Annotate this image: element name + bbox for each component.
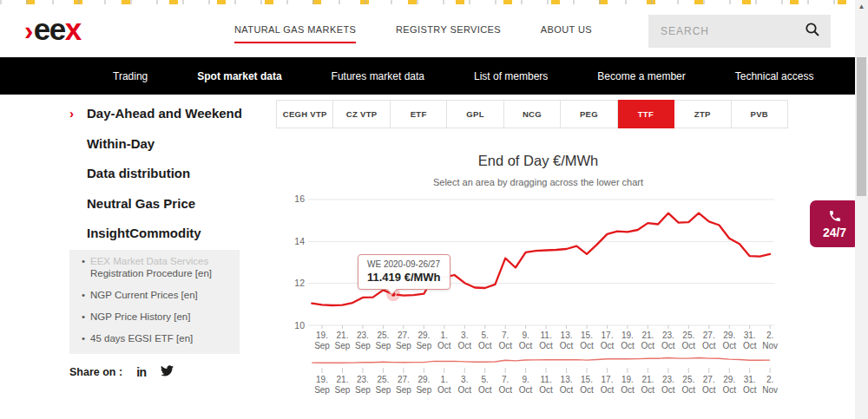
svg-text:Oct: Oct (661, 385, 675, 395)
search-icon[interactable] (805, 22, 831, 41)
menubar-item-0[interactable]: Trading (113, 70, 148, 82)
svg-text:17.: 17. (602, 331, 614, 340)
svg-text:Nov: Nov (762, 385, 778, 395)
svg-text:19.: 19. (316, 331, 328, 340)
svg-text:23.: 23. (662, 331, 674, 340)
sidebar-links-box: EEX Market Data ServicesRegistration Pro… (69, 250, 240, 354)
svg-text:Oct: Oct (702, 385, 716, 395)
svg-text:1.: 1. (441, 331, 448, 340)
scrollbar-thumb[interactable] (857, 57, 866, 196)
svg-text:10: 10 (294, 320, 305, 331)
svg-text:Oct: Oct (560, 385, 574, 395)
tab-ncg[interactable]: NCG (504, 100, 561, 128)
price-chart[interactable]: 1012141619.Sep19.Sep21.Sep21.Sep23.Sep23… (286, 189, 790, 402)
sidebar-item-2[interactable]: Data distribution (69, 159, 243, 189)
svg-text:Sep: Sep (416, 385, 431, 395)
svg-text:Oct: Oct (661, 341, 675, 350)
page: ›eex NATURAL GAS MARKETSREGISTRY SERVICE… (0, 0, 868, 419)
svg-text:Oct: Oct (498, 385, 512, 395)
svg-text:23.: 23. (662, 375, 674, 384)
search-input[interactable] (648, 25, 805, 37)
header-nav-item-2[interactable]: ABOUT US (541, 24, 592, 43)
svg-text:Oct: Oct (702, 341, 716, 350)
svg-text:14: 14 (294, 236, 305, 246)
svg-text:19.: 19. (316, 375, 328, 384)
sidebar-link-3[interactable]: 45 days EGSI ETF [en] (82, 332, 229, 344)
svg-text:Oct: Oct (478, 341, 492, 350)
market-tabs: CEGH VTPCZ VTPETFGPLNCGPEGTTFZTPPVB (276, 100, 788, 128)
header-nav-item-0[interactable]: NATURAL GAS MARKETS (234, 24, 356, 43)
main-menubar: TradingSpot market dataFutures market da… (0, 57, 855, 95)
svg-text:Sep: Sep (376, 385, 391, 395)
tab-cegh-vtp[interactable]: CEGH VTP (276, 100, 333, 128)
svg-text:11.: 11. (541, 331, 552, 340)
sidebar-nav: ›Day-Ahead and WeekendWithin-DayData dis… (69, 99, 243, 249)
svg-text:Sep: Sep (355, 341, 371, 350)
sidebar-item-1[interactable]: Within-Day (69, 129, 243, 160)
svg-text:7.: 7. (502, 375, 509, 384)
menubar-item-1[interactable]: Spot market data (197, 70, 281, 82)
tab-cz-vtp[interactable]: CZ VTP (333, 100, 390, 128)
svg-text:3.: 3. (461, 331, 468, 340)
linkedin-icon[interactable]: in (136, 365, 146, 379)
tooltip-date: WE 2020-09-26/27 (367, 259, 441, 269)
svg-text:Oct: Oct (621, 341, 635, 350)
sidebar-item-4[interactable]: InsightCommodity (69, 219, 243, 249)
chart-tooltip: WE 2020-09-26/27 11.419 €/MWh (358, 254, 450, 290)
svg-text:3.: 3. (461, 375, 468, 384)
svg-text:Oct: Oct (539, 385, 553, 395)
svg-text:25.: 25. (682, 375, 694, 384)
share-label: Share on : (69, 366, 122, 378)
svg-text:Sep: Sep (335, 341, 351, 350)
sidebar-link-0[interactable]: EEX Market Data ServicesRegistration Pro… (82, 255, 229, 279)
svg-text:25.: 25. (682, 331, 694, 340)
phone-icon (828, 209, 842, 223)
chart-header: End of Day €/MWh Select an area by dragg… (286, 153, 790, 187)
hotline-label: 24/7 (823, 226, 846, 239)
svg-text:29.: 29. (723, 331, 735, 340)
svg-text:29.: 29. (418, 331, 430, 340)
twitter-icon[interactable] (161, 364, 174, 380)
svg-text:15.: 15. (581, 331, 593, 340)
header-nav-item-1[interactable]: REGISTRY SERVICES (396, 24, 501, 43)
logo-text-black: ee (34, 12, 65, 46)
sidebar-link-2[interactable]: NGP Price History [en] (82, 311, 229, 323)
svg-text:Nov: Nov (762, 341, 778, 350)
svg-text:27.: 27. (703, 331, 715, 340)
tab-etf[interactable]: ETF (391, 100, 447, 128)
svg-text:25.: 25. (377, 375, 389, 384)
menubar-item-4[interactable]: Become a member (597, 70, 685, 82)
tab-ztp[interactable]: ZTP (674, 100, 731, 128)
svg-text:Oct: Oct (437, 341, 451, 350)
svg-text:19.: 19. (621, 375, 634, 384)
svg-text:2.: 2. (766, 331, 773, 340)
tab-ttf[interactable]: TTF (618, 100, 674, 128)
sidebar-link-1[interactable]: NGP Current Prices [en] (82, 289, 229, 301)
hotline-badge[interactable]: 24/7 (810, 200, 859, 247)
svg-text:Oct: Oct (457, 341, 471, 350)
tab-peg[interactable]: PEG (561, 100, 617, 128)
sidebar-item-3[interactable]: Neutral Gas Price (69, 189, 243, 219)
svg-text:5.: 5. (482, 331, 489, 340)
svg-text:Oct: Oct (539, 341, 553, 350)
menubar-item-2[interactable]: Futures market data (332, 70, 424, 82)
sidebar-item-0[interactable]: ›Day-Ahead and Weekend (69, 99, 243, 129)
svg-text:Oct: Oct (498, 341, 512, 350)
svg-text:21.: 21. (337, 331, 349, 340)
svg-text:Oct: Oct (437, 385, 451, 395)
svg-text:Sep: Sep (335, 385, 351, 395)
active-chevron-icon: › (69, 99, 74, 129)
svg-text:Sep: Sep (396, 385, 411, 395)
scrollbar-up-icon[interactable]: ▲ (855, 3, 868, 10)
menubar-item-5[interactable]: Technical access (735, 70, 814, 82)
menubar-item-3[interactable]: List of members (474, 70, 548, 82)
tab-pvb[interactable]: PVB (732, 100, 788, 128)
svg-text:7.: 7. (502, 331, 509, 340)
tab-gpl[interactable]: GPL (447, 100, 503, 128)
svg-text:Oct: Oct (601, 385, 615, 395)
svg-text:23.: 23. (357, 375, 369, 384)
eex-logo[interactable]: ›eex (24, 12, 81, 47)
svg-text:Oct: Oct (457, 385, 471, 395)
browser-bookmarks-strip (0, 0, 868, 4)
svg-text:Oct: Oct (641, 341, 655, 350)
